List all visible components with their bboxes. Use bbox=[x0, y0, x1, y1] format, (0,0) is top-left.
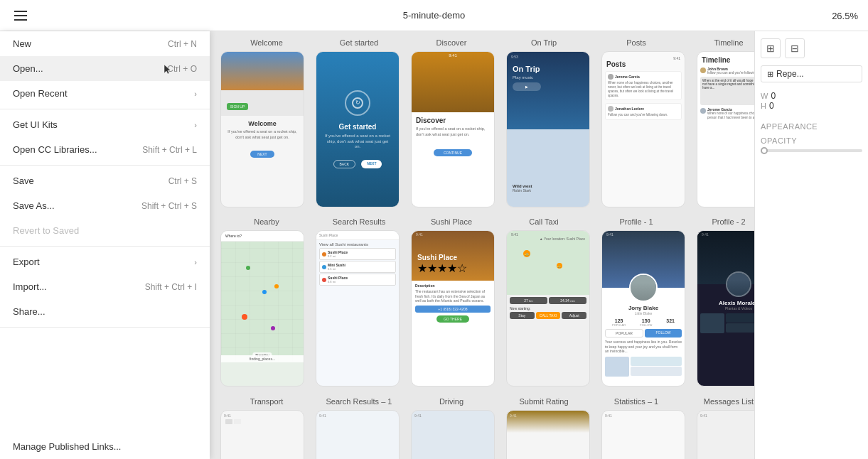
chevron-right-icon-2: › bbox=[194, 121, 197, 129]
menu-item-import[interactable]: Import... Shift + Ctrl + I bbox=[0, 274, 210, 299]
menu-label-open-cc: Open CC Libraries... bbox=[13, 144, 97, 155]
screen-label-welcome: Welcome bbox=[220, 38, 313, 47]
menu-shortcut-save-as: Shift + Ctrl + S bbox=[141, 201, 197, 211]
document-title: 5-minute-demo bbox=[403, 10, 465, 21]
screen-ontrip[interactable]: 9:53 On Trip Play music ▶ Wild west Robi… bbox=[506, 51, 590, 207]
height-label: H bbox=[761, 102, 766, 110]
screen-searchresults[interactable]: Sushi Place View all Sushi restaurants S… bbox=[316, 230, 400, 387]
menu-label-save: Save bbox=[13, 176, 34, 186]
file-menu: New Ctrl + N Open... Ctrl + O Open Recen… bbox=[0, 31, 210, 459]
hamburger-button[interactable] bbox=[10, 6, 31, 25]
menu-label-open-recent: Open Recent bbox=[13, 88, 68, 99]
menu-label-revert: Revert to Saved bbox=[13, 225, 79, 236]
menu-item-export[interactable]: Export › bbox=[0, 249, 210, 274]
opacity-label: Opacity bbox=[761, 136, 862, 145]
screen-transport[interactable]: 9:41 bbox=[220, 410, 304, 459]
top-bar: 5-minute-demo 26.5% bbox=[0, 0, 868, 31]
menu-item-open-cc[interactable]: Open CC Libraries... Shift + Ctrl + L bbox=[0, 137, 210, 162]
screen-label-nearby: Nearby bbox=[220, 217, 313, 226]
screen-label-profile1: Profile - 1 bbox=[590, 217, 682, 226]
screen-welcome[interactable]: SIGN UP Welcome If you've offered a seat… bbox=[220, 51, 304, 207]
opacity-knob[interactable] bbox=[761, 147, 768, 154]
height-value: 0 bbox=[769, 101, 774, 111]
chevron-right-icon-3: › bbox=[194, 258, 197, 266]
menu-divider-3 bbox=[0, 246, 210, 247]
screen-submitrating[interactable]: 9:41 bbox=[506, 410, 590, 459]
screen-driving[interactable]: 9:41 bbox=[411, 410, 495, 459]
zoom-level: 26.5% bbox=[832, 10, 858, 21]
screen-nearby[interactable]: Where to? Nearby finding_places... bbox=[220, 230, 304, 387]
menu-divider-4 bbox=[0, 327, 210, 328]
screen-label-searchresults: Search Results bbox=[313, 217, 405, 226]
menu-label-open: Open... bbox=[13, 63, 43, 74]
menu-item-save-as[interactable]: Save As... Shift + Ctrl + S bbox=[0, 193, 210, 218]
screen-label-statistics1: Statistics – 1 bbox=[590, 397, 682, 406]
screen-label-posts: Posts bbox=[590, 38, 682, 47]
menu-label-share: Share... bbox=[13, 306, 45, 317]
menu-item-manage[interactable]: Manage Published Links... bbox=[0, 434, 210, 459]
appearance-label: APPEARANCE bbox=[761, 122, 862, 131]
screen-calltaxi[interactable]: 9:41 ▲ Your location: Sushi Place 🚕 🚕 27… bbox=[506, 230, 590, 387]
screen-posts[interactable]: 9:41 Posts Jerome Garcia When none of ou… bbox=[601, 51, 685, 207]
menu-item-open[interactable]: Open... Ctrl + O bbox=[0, 56, 210, 81]
screen-sushiplace[interactable]: 9:41 Sushi Place ★★★★☆ Description The r… bbox=[411, 230, 495, 387]
menu-shortcut-save: Ctrl + S bbox=[168, 176, 197, 186]
menu-divider-2 bbox=[0, 165, 210, 166]
menu-item-share[interactable]: Share... bbox=[0, 299, 210, 324]
chevron-right-icon: › bbox=[194, 90, 197, 98]
screen-label-getstarted: Get started bbox=[313, 38, 405, 47]
menu-label-manage: Manage Published Links... bbox=[13, 441, 121, 452]
menu-item-get-ui-kits[interactable]: Get UI Kits › bbox=[0, 112, 210, 137]
screen-searchresults1[interactable]: 9:41 bbox=[316, 410, 400, 459]
screen-discover[interactable]: 9:41 Discover If you've offered a seat o… bbox=[411, 51, 495, 207]
align-right-icon[interactable]: ⊟ bbox=[785, 38, 805, 58]
screen-label-transport: Transport bbox=[220, 397, 313, 406]
menu-label-get-ui-kits: Get UI Kits bbox=[13, 119, 58, 130]
width-value: 0 bbox=[771, 91, 776, 101]
screen-label-submitrating: Submit Rating bbox=[498, 397, 590, 406]
menu-shortcut-open-cc: Shift + Ctrl + L bbox=[142, 145, 197, 155]
screen-label-sushiplace: Sushi Place bbox=[405, 217, 498, 226]
menu-item-save[interactable]: Save Ctrl + S bbox=[0, 168, 210, 193]
menu-shortcut-import: Shift + Ctrl + I bbox=[145, 282, 197, 292]
menu-label-import: Import... bbox=[13, 281, 47, 292]
cursor-indicator bbox=[163, 63, 173, 76]
menu-item-open-recent[interactable]: Open Recent › bbox=[0, 81, 210, 106]
menu-divider-1 bbox=[0, 109, 210, 109]
menu-shortcut-new: Ctrl + N bbox=[168, 39, 197, 49]
repeat-button[interactable]: ⊞ Repe... bbox=[761, 65, 862, 82]
screen-label-calltaxi: Call Taxi bbox=[498, 217, 590, 226]
menu-label-export: Export bbox=[13, 256, 40, 267]
screen-label-ontrip: On Trip bbox=[498, 38, 590, 47]
screen-profile1[interactable]: 9:41 Jony Blake Little Blake 125POPULAR … bbox=[601, 230, 685, 387]
width-label: W bbox=[761, 92, 768, 100]
repeat-label: Repe... bbox=[776, 69, 804, 79]
align-left-icon[interactable]: ⊞ bbox=[761, 38, 781, 58]
screen-label-searchresults1: Search Results – 1 bbox=[313, 397, 405, 406]
menu-item-new[interactable]: New Ctrl + N bbox=[0, 31, 210, 56]
opacity-slider[interactable] bbox=[761, 149, 862, 152]
screen-statistics1[interactable]: 9:41 bbox=[601, 410, 685, 459]
screen-label-driving: Driving bbox=[405, 397, 498, 406]
screen-getstarted[interactable]: ↻ Get started If you've offered a seat o… bbox=[316, 51, 400, 207]
screen-label-discover: Discover bbox=[405, 38, 498, 47]
menu-label-new: New bbox=[13, 38, 31, 49]
menu-label-save-as: Save As... bbox=[13, 200, 55, 211]
right-panel: ⊞ ⊟ ⊞ Repe... W 0 H 0 APPEARANCE Opacity bbox=[754, 31, 868, 459]
menu-item-revert: Revert to Saved bbox=[0, 218, 210, 243]
